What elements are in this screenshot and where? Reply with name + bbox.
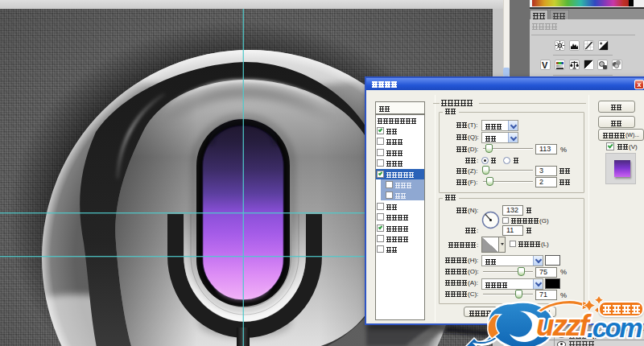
- svg-text:uzzf: uzzf: [536, 309, 592, 342]
